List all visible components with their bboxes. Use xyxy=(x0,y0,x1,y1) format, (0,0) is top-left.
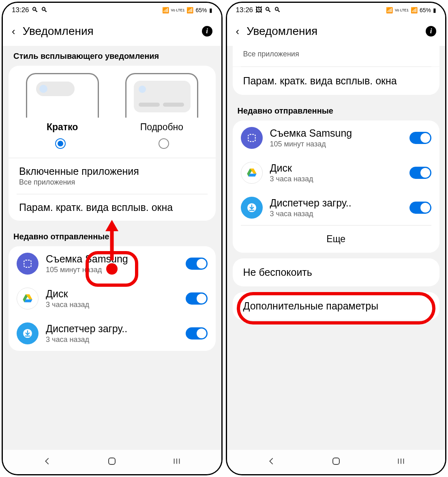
app-name: Диск xyxy=(270,162,403,174)
section-recent: Недавно отправленные xyxy=(227,101,446,120)
screenshot-icon: 🖼 xyxy=(255,6,262,14)
battery-text: 65% xyxy=(420,7,431,13)
style-brief-label: Кратко xyxy=(47,122,78,133)
style-brief-option[interactable]: Кратко xyxy=(13,73,112,133)
radio-brief[interactable] xyxy=(55,138,66,149)
app-time: 3 часа назад xyxy=(46,335,178,344)
search-icon: 🔍︎ xyxy=(265,6,272,14)
nav-recents[interactable] xyxy=(172,457,181,467)
app-time: 3 часа назад xyxy=(46,301,178,309)
toggle-samsung[interactable] xyxy=(186,258,208,270)
radio-detail[interactable] xyxy=(159,138,169,149)
battery-icon: ▮ xyxy=(209,7,212,13)
app-row-download[interactable]: Диспетчер загру.. 3 часа назад xyxy=(233,190,440,225)
toggle-samsung[interactable] xyxy=(409,132,431,144)
samsung-capture-icon xyxy=(17,253,39,275)
app-row-drive[interactable]: Диск 3 часа назад xyxy=(9,281,216,316)
nav-recents[interactable] xyxy=(397,457,405,467)
phone-right: 13:26 🖼 🔍︎ 🔍︎ 📶 Vo LTE1 📶 65% ▮ ‹ Уведом… xyxy=(226,2,447,475)
signal-icon: 📶 xyxy=(186,7,193,13)
dnd-title: Не беспокоить xyxy=(243,266,312,278)
info-button[interactable]: i xyxy=(202,26,212,37)
app-name: Диск xyxy=(46,288,178,300)
nav-back[interactable] xyxy=(267,457,276,467)
popup-params-row[interactable]: Парам. кратк. вида всплыв. окна xyxy=(9,194,216,221)
app-time: 3 часа назад xyxy=(270,210,403,218)
popup-params-title: Парам. кратк. вида всплыв. окна xyxy=(19,202,205,213)
nav-bar xyxy=(3,450,221,474)
phone-left: 13:26 🔍︎ 🔍︎ 📶 Vo LTE1 📶 65% ▮ ‹ Уведомле… xyxy=(2,2,223,475)
enabled-apps-row[interactable]: Включенные приложения Все приложения xyxy=(9,158,216,194)
nav-home[interactable] xyxy=(331,456,341,468)
drive-icon xyxy=(17,288,39,309)
popup-params-row[interactable]: Парам. кратк. вида всплыв. окна xyxy=(233,67,440,95)
back-button[interactable]: ‹ xyxy=(236,25,240,38)
nav-back[interactable] xyxy=(43,457,51,467)
popup-params-title: Парам. кратк. вида всплыв. окна xyxy=(243,75,397,86)
app-name: Съемка Samsung xyxy=(270,127,403,139)
volte-icon: Vo LTE1 xyxy=(395,9,409,12)
battery-text: 65% xyxy=(195,7,207,13)
svg-rect-6 xyxy=(109,458,115,464)
back-button[interactable]: ‹ xyxy=(12,25,15,38)
nav-bar xyxy=(227,450,446,474)
status-time: 13:26 xyxy=(12,6,29,14)
svg-rect-12 xyxy=(248,134,255,142)
app-row-drive[interactable]: Диск 3 часа назад xyxy=(233,155,440,190)
style-brief-preview xyxy=(26,73,99,118)
all-apps-partial[interactable]: Все приложения xyxy=(233,46,440,67)
info-button[interactable]: i xyxy=(426,26,436,37)
page-title: Уведомления xyxy=(23,25,195,38)
download-manager-icon xyxy=(17,322,39,344)
enabled-apps-title: Включенные приложения xyxy=(19,165,205,177)
recent-apps-card: Съемка Samsung 105 минут назад Диск 3 ча… xyxy=(9,246,216,351)
search-icon-2: 🔍︎ xyxy=(274,6,281,14)
recent-apps-card: Съемка Samsung 105 минут назад Диск 3 ча… xyxy=(233,120,440,253)
battery-icon: ▮ xyxy=(433,7,436,13)
volte-icon: Vo LTE1 xyxy=(171,9,185,12)
app-time: 105 минут назад xyxy=(270,140,403,148)
toggle-download[interactable] xyxy=(409,202,431,214)
toggle-drive[interactable] xyxy=(409,167,431,179)
header: ‹ Уведомления i xyxy=(3,17,221,46)
app-row-download[interactable]: Диспетчер загру.. 3 часа назад xyxy=(9,316,216,351)
nav-home[interactable] xyxy=(107,456,117,468)
samsung-capture-icon xyxy=(241,127,263,149)
section-popup-style: Стиль всплывающего уведомления xyxy=(3,46,221,66)
status-time: 13:26 xyxy=(236,6,253,14)
wifi-icon: 📶 xyxy=(162,7,169,13)
advanced-title: Дополнительные параметры xyxy=(243,300,379,312)
page-title: Уведомления xyxy=(247,25,418,38)
app-row-samsung[interactable]: Съемка Samsung 105 минут назад xyxy=(233,120,440,155)
app-time: 105 минут назад xyxy=(46,266,178,274)
toggle-drive[interactable] xyxy=(186,292,208,305)
style-detail-label: Подробно xyxy=(140,122,184,133)
more-button[interactable]: Еще xyxy=(233,226,440,253)
style-detail-option[interactable]: Подробно xyxy=(112,73,211,133)
download-manager-icon xyxy=(241,197,263,219)
status-bar: 13:26 🔍︎ 🔍︎ 📶 Vo LTE1 📶 65% ▮ xyxy=(3,3,221,17)
app-row-samsung[interactable]: Съемка Samsung 105 минут назад xyxy=(9,246,216,281)
app-name: Диспетчер загру.. xyxy=(270,197,403,209)
header: ‹ Уведомления i xyxy=(227,17,446,46)
svg-rect-0 xyxy=(24,260,31,267)
drive-icon xyxy=(241,162,263,184)
search-icon-2: 🔍︎ xyxy=(41,6,48,14)
toggle-download[interactable] xyxy=(186,327,208,339)
app-time: 3 часа назад xyxy=(270,175,403,183)
dnd-row[interactable]: Не беспокоить xyxy=(233,258,440,286)
advanced-row[interactable]: Дополнительные параметры xyxy=(233,292,440,320)
svg-marker-15 xyxy=(248,174,256,176)
status-bar: 13:26 🖼 🔍︎ 🔍︎ 📶 Vo LTE1 📶 65% ▮ xyxy=(227,3,446,17)
enabled-apps-sub: Все приложения xyxy=(19,178,205,187)
app-name: Диспетчер загру.. xyxy=(46,323,178,335)
section-recent: Недавно отправленные xyxy=(3,226,221,246)
style-detail-preview xyxy=(125,73,198,118)
wifi-icon: 📶 xyxy=(386,7,393,13)
app-name: Съемка Samsung xyxy=(46,253,178,265)
signal-icon: 📶 xyxy=(411,7,418,13)
svg-rect-18 xyxy=(333,458,339,464)
search-icon: 🔍︎ xyxy=(32,6,39,14)
popup-style-card: Кратко Подробно Включенные приложения Вс… xyxy=(9,66,216,221)
